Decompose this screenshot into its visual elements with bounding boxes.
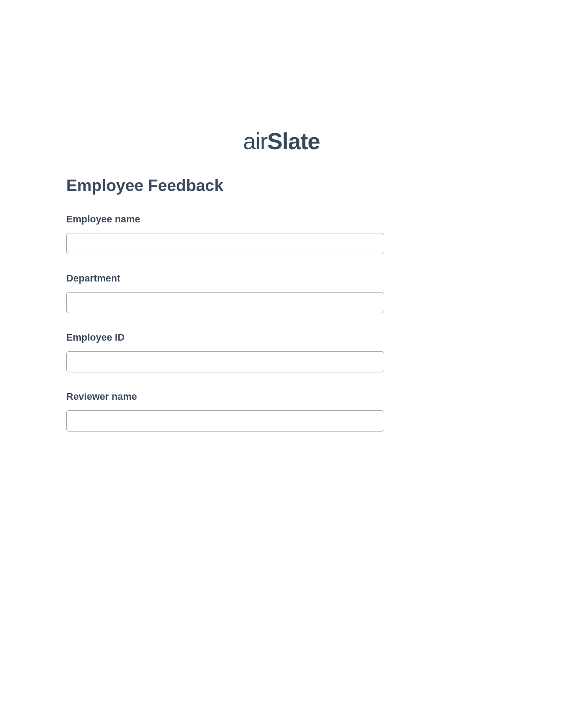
logo-text-part2: Slate	[267, 128, 320, 154]
employee-id-label: Employee ID	[66, 332, 384, 343]
reviewer-name-label: Reviewer name	[66, 391, 384, 402]
employee-name-label: Employee name	[66, 214, 384, 225]
form-container: Employee Feedback Employee name Departme…	[66, 176, 384, 432]
form-title: Employee Feedback	[66, 176, 384, 195]
employee-name-field: Employee name	[66, 214, 384, 254]
employee-name-input[interactable]	[66, 233, 384, 254]
reviewer-name-field: Reviewer name	[66, 391, 384, 432]
logo-text-part1: air	[243, 128, 267, 154]
brand-logo: airSlate	[243, 128, 320, 154]
logo-container: airSlate	[0, 128, 563, 154]
department-field: Department	[66, 273, 384, 313]
employee-id-field: Employee ID	[66, 332, 384, 372]
department-input[interactable]	[66, 292, 384, 313]
employee-id-input[interactable]	[66, 351, 384, 372]
reviewer-name-input[interactable]	[66, 410, 384, 432]
department-label: Department	[66, 273, 384, 284]
